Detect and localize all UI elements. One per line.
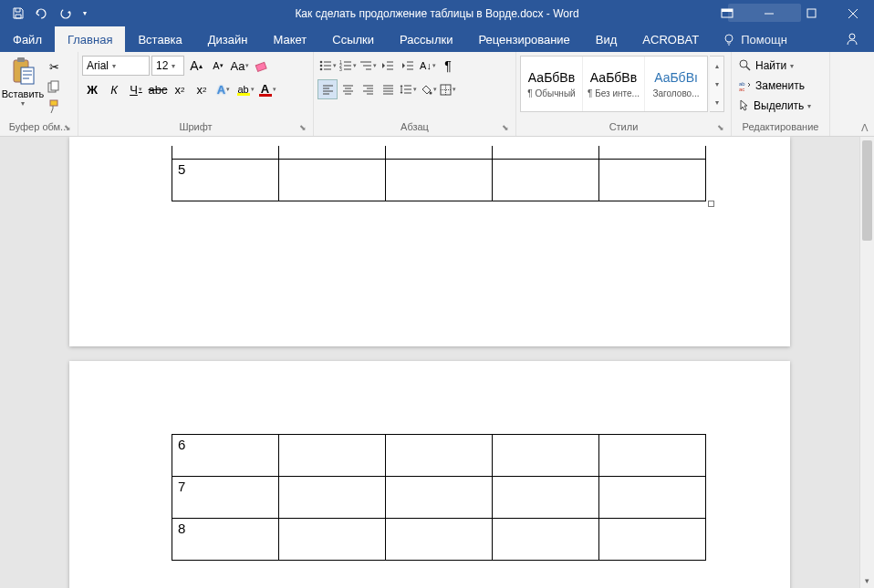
font-name-combo[interactable]: Arial▾ xyxy=(82,56,150,76)
document-table-2[interactable]: 6 7 8 xyxy=(172,434,706,561)
font-size-combo[interactable]: 12▾ xyxy=(151,56,184,76)
table-cell[interactable] xyxy=(493,519,599,561)
account-area[interactable] xyxy=(728,4,801,22)
text-effects-button[interactable]: A xyxy=(213,79,234,99)
table-cell[interactable] xyxy=(386,435,493,477)
font-color-swatch xyxy=(259,94,272,97)
table-cell[interactable] xyxy=(279,435,386,477)
table-cell[interactable] xyxy=(493,477,599,519)
copy-button[interactable] xyxy=(44,77,64,96)
style-normal[interactable]: АаБбВв ¶ Обычный xyxy=(521,57,583,111)
chevron-down-icon: ▾ xyxy=(83,9,87,17)
table-row[interactable]: 8 xyxy=(172,519,706,561)
tab-insert[interactable]: Вставка xyxy=(125,26,194,52)
tell-me[interactable]: Помощн xyxy=(712,26,798,52)
change-case-button[interactable]: Aa xyxy=(230,56,250,76)
style-heading1[interactable]: АаБбВı Заголово... xyxy=(645,57,707,111)
shading-button[interactable] xyxy=(418,79,438,99)
tab-mailings[interactable]: Рассылки xyxy=(387,26,465,52)
scroll-down-button[interactable]: ▾ xyxy=(860,573,874,588)
decrease-indent-button[interactable] xyxy=(378,56,398,76)
scrollbar-thumb[interactable] xyxy=(862,140,872,241)
grow-font-button[interactable]: A▴ xyxy=(186,56,206,76)
italic-button[interactable]: К xyxy=(104,79,124,99)
tab-references[interactable]: Ссылки xyxy=(319,26,387,52)
table-cell[interactable]: 8 xyxy=(172,519,279,561)
qat-customize-button[interactable]: ▾ xyxy=(78,3,91,25)
table-cell[interactable] xyxy=(599,519,706,561)
find-button[interactable]: Найти ▾ xyxy=(735,56,797,76)
table-cell[interactable] xyxy=(493,435,599,477)
redo-button[interactable] xyxy=(55,3,77,25)
page-1[interactable]: 5 xyxy=(69,137,790,346)
paragraph-dialog-launcher[interactable]: ⬊ xyxy=(499,121,512,134)
justify-button[interactable] xyxy=(378,79,398,99)
select-button[interactable]: Выделить ▾ xyxy=(735,96,815,116)
tab-layout[interactable]: Макет xyxy=(260,26,319,52)
increase-indent-button[interactable] xyxy=(398,56,418,76)
close-button[interactable] xyxy=(832,0,874,26)
clear-formatting-button[interactable] xyxy=(252,56,272,76)
replace-button[interactable]: abac Заменить xyxy=(735,76,808,96)
table-cell[interactable] xyxy=(493,159,599,201)
table-cell[interactable]: 5 xyxy=(172,159,279,201)
document-table-1[interactable]: 5 xyxy=(172,146,706,201)
table-cell[interactable] xyxy=(386,519,493,561)
table-row[interactable]: 5 xyxy=(172,159,706,201)
tab-design[interactable]: Дизайн xyxy=(195,26,261,52)
subscript-button[interactable]: x2 xyxy=(170,79,190,99)
vertical-scrollbar[interactable]: ▾ xyxy=(859,137,874,588)
table-cell[interactable] xyxy=(599,159,706,201)
font-color-button[interactable]: A xyxy=(257,79,277,99)
show-marks-button[interactable]: ¶ xyxy=(438,56,458,76)
tab-home[interactable]: Главная xyxy=(55,26,125,52)
style-expand[interactable]: ▾ xyxy=(710,93,723,111)
style-no-spacing[interactable]: АаБбВв ¶ Без инте... xyxy=(583,57,645,111)
shrink-font-button[interactable]: A▾ xyxy=(208,56,228,76)
font-dialog-launcher[interactable]: ⬊ xyxy=(297,121,309,134)
strikethrough-button[interactable]: abc xyxy=(148,79,168,99)
share-button[interactable] xyxy=(830,26,874,52)
numbering-button[interactable]: 123 xyxy=(338,56,358,76)
tab-file[interactable]: Файл xyxy=(0,26,55,52)
table-cell[interactable] xyxy=(279,477,386,519)
page-2[interactable]: 6 7 8 xyxy=(69,361,790,588)
table-cell[interactable] xyxy=(599,435,706,477)
table-cell[interactable] xyxy=(386,159,493,201)
table-cell[interactable] xyxy=(279,159,386,201)
style-scroll-up[interactable]: ▴ xyxy=(710,57,723,75)
undo-button[interactable] xyxy=(31,3,53,25)
superscript-button[interactable]: x2 xyxy=(192,79,212,99)
borders-button[interactable] xyxy=(438,79,458,99)
save-button[interactable] xyxy=(7,3,29,25)
sort-button[interactable]: A↓ xyxy=(418,56,438,76)
table-row[interactable] xyxy=(172,146,706,159)
table-cell[interactable] xyxy=(599,477,706,519)
table-row[interactable]: 6 xyxy=(172,435,706,477)
align-right-button[interactable] xyxy=(358,79,378,99)
tab-view[interactable]: Вид xyxy=(583,26,630,52)
table-cell[interactable] xyxy=(279,519,386,561)
bullets-button[interactable] xyxy=(317,56,338,76)
document-area[interactable]: 5 6 7 8 xyxy=(0,137,859,588)
paste-button[interactable]: Вставить ▾ xyxy=(4,54,42,119)
line-spacing-button[interactable] xyxy=(398,79,418,99)
multilevel-list-button[interactable] xyxy=(358,56,378,76)
table-cell[interactable]: 6 xyxy=(172,435,279,477)
format-painter-button[interactable] xyxy=(44,98,64,116)
align-left-button[interactable] xyxy=(317,79,338,99)
highlight-button[interactable]: ab xyxy=(235,79,255,99)
table-cell[interactable]: 7 xyxy=(172,477,279,519)
tab-acrobat[interactable]: ACROBAT xyxy=(629,26,712,52)
align-center-button[interactable] xyxy=(338,79,358,99)
table-row[interactable]: 7 xyxy=(172,477,706,519)
table-cell[interactable] xyxy=(386,477,493,519)
cut-button[interactable]: ✂ xyxy=(44,57,64,76)
style-scroll-down[interactable]: ▾ xyxy=(710,75,723,93)
underline-button[interactable]: Ч xyxy=(126,79,146,99)
bold-button[interactable]: Ж xyxy=(82,79,102,99)
styles-dialog-launcher[interactable]: ⬊ xyxy=(714,121,727,134)
tab-review[interactable]: Рецензирование xyxy=(465,26,582,52)
collapse-ribbon-button[interactable]: ᐱ xyxy=(861,122,869,134)
clipboard-dialog-launcher[interactable]: ⬊ xyxy=(61,121,74,134)
